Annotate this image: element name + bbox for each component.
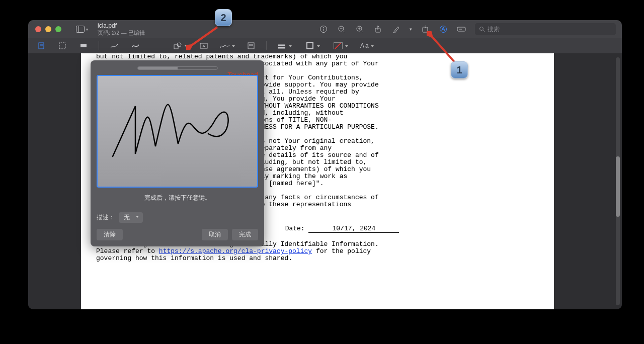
svg-line-6 <box>343 31 345 32</box>
tab-camera[interactable]: 摄像头 <box>178 67 217 70</box>
highlight-icon[interactable] <box>389 22 403 36</box>
document-title-stack: icla.pdf 页码: 2/2 — 已编辑 <box>98 22 145 36</box>
note-tool-icon[interactable] <box>245 40 257 52</box>
clear-button[interactable]: 清除 <box>97 229 123 240</box>
date-value: 10/17, 2024 <box>308 225 399 233</box>
signature-stroke <box>108 96 238 166</box>
callout-2-arrow <box>186 25 221 50</box>
callout-2: 2 <box>215 9 232 26</box>
window-controls <box>35 26 61 32</box>
svg-line-9 <box>361 31 363 32</box>
maximize-window-button[interactable] <box>55 26 61 32</box>
svg-rect-23 <box>59 43 65 49</box>
sidebar-toggle-icon[interactable]: ▾ <box>75 22 89 36</box>
scrollbar-thumb[interactable] <box>616 156 620 217</box>
info-icon[interactable] <box>316 22 331 36</box>
svg-rect-24 <box>80 44 87 47</box>
minimize-window-button[interactable] <box>45 26 51 32</box>
svg-rect-25 <box>174 45 178 49</box>
privacy-policy-link[interactable]: https://s.apache.org/cla-privacy-policy <box>159 247 312 255</box>
svg-line-37 <box>190 27 217 46</box>
search-placeholder: 搜索 <box>488 25 500 34</box>
shapes-tool-icon[interactable] <box>172 40 184 52</box>
tab-trackpad[interactable]: 触控板 <box>138 67 178 70</box>
text-style-icon[interactable]: Aa <box>360 40 370 52</box>
document-title: icla.pdf <box>98 22 145 29</box>
callout-1-arrow <box>427 31 460 64</box>
fill-color-icon[interactable] <box>332 40 344 52</box>
description-label: 描述： <box>97 213 115 222</box>
svg-line-36 <box>431 35 455 62</box>
signature-source-tabs: 触控板 摄像头 <box>137 66 218 70</box>
scrollbar[interactable] <box>616 57 620 305</box>
done-button[interactable]: 完成 <box>232 229 258 240</box>
signature-canvas[interactable] <box>97 75 258 188</box>
search-field[interactable]: 搜索 <box>475 23 616 35</box>
svg-rect-0 <box>76 26 85 33</box>
svg-point-4 <box>323 27 324 28</box>
redact-tool-icon[interactable] <box>77 40 90 52</box>
svg-rect-35 <box>307 43 313 49</box>
rect-select-tool-icon[interactable] <box>56 40 68 52</box>
text-select-tool-icon[interactable] <box>35 40 47 52</box>
draw-tool-icon[interactable] <box>129 40 141 52</box>
document-subtitle: 页码: 2/2 — 已编辑 <box>98 29 145 36</box>
zoom-out-icon[interactable] <box>335 22 349 36</box>
markup-toolbar: A Aa <box>28 38 622 53</box>
zoom-in-icon[interactable] <box>353 22 367 36</box>
signature-popover: 触控板 摄像头 Touchpad 完成后，请按下任意键。 描述： 无 清除 取消… <box>91 60 264 246</box>
callout-1: 1 <box>451 61 468 78</box>
close-window-button[interactable] <box>35 26 41 32</box>
cancel-button[interactable]: 取消 <box>202 229 228 240</box>
svg-line-19 <box>483 30 485 32</box>
highlight-dropdown-icon[interactable]: ▾ <box>407 22 414 36</box>
date-label: Date: <box>285 225 305 232</box>
line-style-icon[interactable] <box>276 40 288 52</box>
signature-hint: 完成后，请按下任意键。 <box>97 194 258 202</box>
svg-point-18 <box>480 27 484 31</box>
share-icon[interactable] <box>371 22 385 36</box>
sketch-tool-icon[interactable] <box>108 40 120 52</box>
titlebar: ▾ icla.pdf 页码: 2/2 — 已编辑 ▾ <box>28 20 622 38</box>
description-select[interactable]: 无 <box>119 212 143 223</box>
stroke-color-icon[interactable] <box>304 40 316 52</box>
